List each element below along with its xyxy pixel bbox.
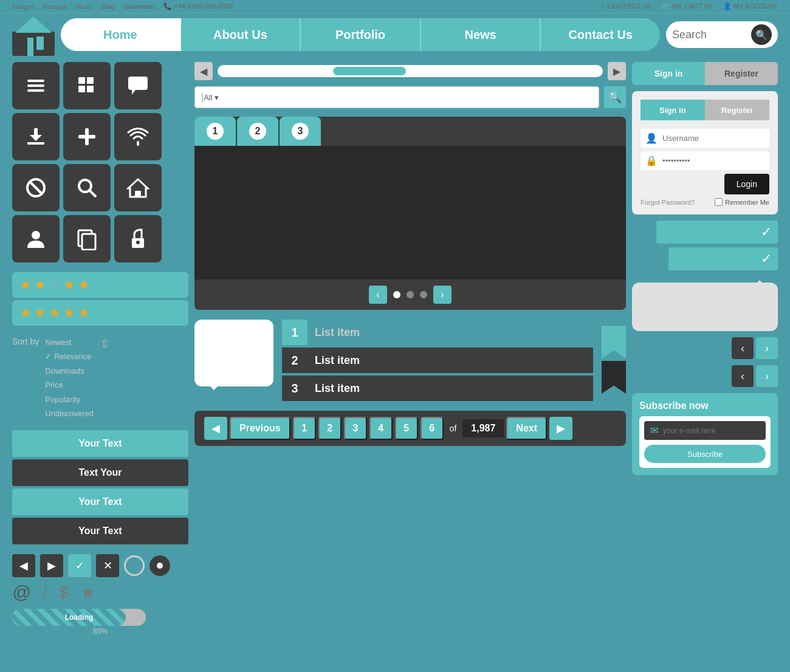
page-3-btn[interactable]: 3 — [344, 417, 367, 440]
utility-blog[interactable]: Blog — [101, 2, 115, 10]
utility-music[interactable]: Music — [75, 2, 93, 10]
page-1-btn[interactable]: 1 — [293, 417, 316, 440]
grid-icon[interactable] — [63, 62, 111, 109]
nav-contact[interactable]: Contact Us — [541, 18, 660, 51]
page-next-btn[interactable]: Next — [506, 417, 547, 440]
sort-undiscovered[interactable]: Undiscovered — [45, 406, 94, 420]
forgot-password-link[interactable]: Forgot Password? — [641, 199, 695, 206]
check-btn[interactable]: ✓ — [68, 554, 91, 577]
block-icon[interactable] — [12, 164, 60, 211]
login-button[interactable]: Login — [724, 174, 769, 194]
nav-portfolio[interactable]: Portfolio — [301, 18, 421, 51]
add-icon[interactable] — [63, 113, 111, 160]
search-input[interactable] — [672, 29, 751, 41]
list-btn-4[interactable]: Your Text — [12, 518, 188, 544]
slide-dot-3[interactable] — [420, 291, 427, 298]
sort-options[interactable]: Newest ✓ Relevance Downloads Price Popul… — [45, 335, 94, 420]
slider-controls: ‹ › — [194, 279, 626, 310]
sort-newest[interactable]: Newest — [45, 335, 94, 349]
form-tab-register[interactable]: Register — [705, 100, 769, 120]
account-link[interactable]: 👤 MY ACCOUNT — [723, 2, 778, 10]
numbered-list: 1 List item 2 List item 3 List item — [282, 320, 593, 401]
search-field[interactable]: | All ▾ — [194, 86, 599, 108]
tab-1[interactable]: 1 — [194, 117, 236, 146]
play-prev-btn[interactable]: ◀ — [12, 554, 35, 577]
lock-icon[interactable] — [114, 215, 162, 262]
slide-dot-2[interactable] — [407, 291, 414, 298]
mini-right-2[interactable]: › — [756, 365, 778, 387]
cart-link[interactable]: 🛒 MY CART (0) — [662, 2, 712, 10]
symbols-row: @ i $ ★ — [12, 582, 188, 603]
progress-section: Loading 85% — [12, 609, 188, 636]
center-bottom-row: 1 List item 2 List item 3 List item — [194, 320, 626, 401]
copy-icon[interactable] — [63, 215, 111, 262]
hamburger-icon[interactable] — [12, 62, 60, 109]
bookmark-teal[interactable] — [602, 326, 626, 358]
page-5-btn[interactable]: 5 — [395, 417, 418, 440]
mini-left-2[interactable]: ‹ — [732, 365, 754, 387]
radio-btn-empty[interactable] — [124, 555, 145, 576]
nav-news[interactable]: News — [421, 18, 541, 51]
email-icon: ✉ — [650, 425, 658, 436]
sort-price[interactable]: Price — [45, 378, 94, 392]
list-btn-1[interactable]: Your Text — [12, 430, 188, 457]
page-prev-arrow[interactable]: ◀ — [204, 417, 227, 440]
play-next-btn[interactable]: ▶ — [40, 554, 63, 577]
list-btn-2[interactable]: Text Your — [12, 459, 188, 486]
slide-dot-1[interactable] — [393, 291, 400, 298]
email-input[interactable] — [663, 427, 760, 435]
search-icon-box[interactable] — [63, 164, 111, 211]
password-input[interactable] — [662, 156, 764, 165]
form-tab-signin[interactable]: Sign in — [641, 100, 705, 120]
wifi-icon[interactable] — [114, 113, 162, 160]
lightbox-link[interactable]: ☆ LIGHTBOX (0) — [599, 2, 651, 10]
signin-tab-signin[interactable]: Sign in — [632, 62, 705, 85]
page-next-arrow[interactable]: ▶ — [549, 417, 572, 440]
chat-icon[interactable] — [114, 62, 162, 109]
tab-2[interactable]: 2 — [237, 117, 278, 146]
page-2-btn[interactable]: 2 — [318, 417, 342, 440]
search-button[interactable]: 🔍 — [751, 24, 772, 45]
home-icon[interactable] — [114, 164, 162, 211]
pagination: ◀ Previous 1 2 3 4 5 6 of 1,987 Next ▶ — [194, 411, 626, 446]
slide-prev-btn[interactable]: ‹ — [369, 286, 387, 304]
logo[interactable] — [12, 13, 55, 56]
page-prev-btn[interactable]: Previous — [230, 417, 290, 440]
utility-footage[interactable]: Footage — [43, 2, 67, 10]
close-btn[interactable]: ✕ — [96, 554, 119, 577]
svg-rect-4 — [27, 80, 44, 82]
list-btn-3[interactable]: Your Text — [12, 489, 188, 515]
scroll-left-arrow[interactable]: ◀ — [194, 62, 213, 80]
mini-left-1[interactable]: ‹ — [732, 337, 754, 359]
nav-home[interactable]: Home — [61, 18, 181, 51]
bookmark-dark[interactable] — [602, 361, 626, 394]
mini-right-1[interactable]: › — [756, 337, 778, 359]
sort-downloads[interactable]: Downloads — [45, 364, 94, 378]
download-icon[interactable] — [12, 113, 60, 160]
scroll-track[interactable] — [218, 65, 603, 77]
username-input[interactable] — [662, 134, 764, 143]
dropdown-btn-2[interactable]: ✓ — [668, 247, 778, 270]
radio-btn-filled[interactable] — [149, 555, 170, 576]
page-4-btn[interactable]: 4 — [369, 417, 393, 440]
signin-tab-register[interactable]: Register — [705, 62, 778, 85]
subscribe-button[interactable]: Subscribe — [644, 445, 766, 463]
dropdown-btn-1[interactable]: ✓ — [656, 221, 778, 244]
speech-bubble — [194, 320, 273, 386]
search-go-button[interactable]: 🔍 — [604, 86, 626, 108]
scroll-right-arrow[interactable]: ▶ — [608, 62, 626, 80]
remember-checkbox[interactable] — [715, 198, 723, 206]
tab-3[interactable]: 3 — [280, 117, 321, 146]
sort-relevance[interactable]: ✓ Relevance — [45, 349, 94, 363]
remember-check[interactable]: Remember Me — [715, 198, 769, 206]
sort-popularity[interactable]: Popularity — [45, 393, 94, 406]
rating-row-1[interactable]: ★ ★ ☆ ★ ★ — [12, 272, 188, 298]
nav-about[interactable]: About Us — [181, 18, 301, 51]
utility-images[interactable]: Images — [12, 2, 34, 10]
page-6-btn[interactable]: 6 — [421, 417, 444, 440]
slide-next-btn[interactable]: › — [433, 286, 452, 304]
star-symbol: ★ — [80, 583, 95, 603]
user-icon[interactable] — [12, 215, 60, 262]
rating-row-2[interactable]: ★ ★ ★ ★ ★ — [12, 300, 188, 326]
utility-newsletter[interactable]: Newsletter — [123, 2, 155, 10]
